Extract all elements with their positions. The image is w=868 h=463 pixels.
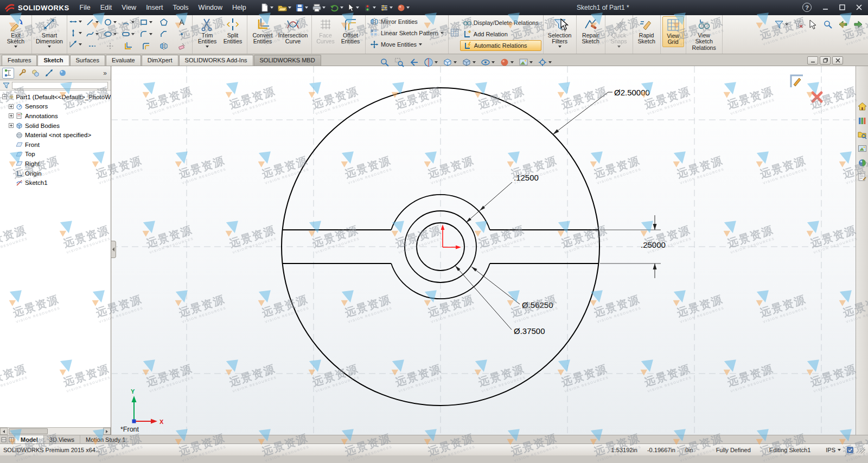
tab-evaluate[interactable]: Evaluate bbox=[106, 55, 141, 66]
zoom-to-selection-button[interactable] bbox=[821, 18, 834, 30]
design-library-button[interactable] bbox=[857, 115, 867, 126]
new-document-button[interactable] bbox=[259, 2, 275, 13]
ordinate-dimension-button[interactable] bbox=[69, 39, 82, 50]
configuration-manager-tab[interactable] bbox=[29, 68, 41, 79]
dropdown-arrow-icon[interactable] bbox=[14, 46, 17, 48]
confirmation-corner[interactable] bbox=[788, 73, 805, 89]
mirror-entities-button[interactable]: Mirror Entities bbox=[367, 16, 420, 27]
horizontal-dimension-button[interactable] bbox=[69, 16, 82, 27]
convert-tool-button[interactable] bbox=[119, 41, 137, 52]
close-button[interactable] bbox=[851, 1, 867, 13]
sketch-canvas[interactable]: Ø2.50000 .12500 .25000 Ø.56250 Ø.37500 bbox=[112, 66, 856, 435]
tab-surfaces[interactable]: Surfaces bbox=[70, 55, 105, 66]
menu-tools[interactable]: Tools bbox=[168, 0, 193, 15]
view-sketch-relations-button[interactable]: View Sketch Relations bbox=[688, 16, 720, 52]
slot-tool-button[interactable] bbox=[119, 29, 137, 40]
open-button[interactable] bbox=[276, 3, 293, 13]
property-manager-tab[interactable] bbox=[16, 68, 28, 79]
split-vertical-button[interactable] bbox=[8, 435, 15, 443]
dropdown-arrow-icon[interactable] bbox=[79, 32, 82, 34]
dropdown-arrow-icon[interactable] bbox=[785, 23, 788, 25]
file-explorer-button[interactable] bbox=[857, 129, 867, 140]
text-tool-button[interactable] bbox=[173, 17, 190, 28]
zoom-area-button[interactable] bbox=[393, 56, 406, 69]
centerline-tool-button[interactable] bbox=[83, 41, 101, 52]
dropdown-arrow-icon[interactable] bbox=[95, 33, 99, 35]
dropdown-arrow-icon[interactable] bbox=[419, 43, 422, 46]
construction-geometry-button[interactable] bbox=[101, 41, 119, 52]
dropdown-arrow-icon[interactable] bbox=[617, 46, 621, 48]
tab-3d-views[interactable]: 3D Views bbox=[44, 435, 80, 443]
trim-entities-button[interactable]: Trim Entities bbox=[194, 16, 220, 49]
tab-solidworks-addins[interactable]: SOLIDWORKS Add-Ins bbox=[179, 55, 253, 66]
dropdown-arrow-icon[interactable] bbox=[473, 61, 476, 63]
arc-tool-button[interactable] bbox=[119, 17, 137, 28]
doc-minimize-button[interactable] bbox=[807, 56, 818, 65]
cancel-sketch-button[interactable] bbox=[810, 90, 824, 104]
graphics-area[interactable]: Ø2.50000 .12500 .25000 Ø.56250 Ø.37500 bbox=[112, 66, 856, 435]
help-icon[interactable]: ? bbox=[802, 3, 812, 12]
tree-item-material[interactable]: Material <not specified> bbox=[0, 130, 111, 140]
select-button[interactable] bbox=[346, 2, 361, 13]
dropdown-arrow-icon[interactable] bbox=[79, 21, 82, 23]
tree-item-annotations[interactable]: Annotations bbox=[0, 111, 111, 121]
filter-button[interactable] bbox=[773, 18, 790, 30]
menu-file[interactable]: File bbox=[75, 0, 95, 15]
dropdown-arrow-icon[interactable] bbox=[435, 61, 438, 63]
collapse-expander-icon[interactable] bbox=[2, 94, 7, 99]
doc-close-button[interactable] bbox=[832, 56, 843, 65]
dropdown-arrow-icon[interactable] bbox=[340, 7, 343, 9]
menu-window[interactable]: Window bbox=[194, 0, 227, 15]
dropdown-arrow-icon[interactable] bbox=[406, 7, 410, 9]
panel-splitter-handle[interactable] bbox=[111, 241, 116, 258]
tree-item-solid-bodies[interactable]: Solid Bodies bbox=[0, 121, 111, 131]
panel-overflow-chevron-icon[interactable]: » bbox=[101, 69, 108, 77]
menu-view[interactable]: View bbox=[117, 0, 141, 15]
display-delete-relations-button[interactable]: Display/Delete Relations bbox=[460, 17, 541, 28]
status-units[interactable]: IPS bbox=[826, 447, 835, 453]
rectangle-tool-button[interactable] bbox=[137, 17, 155, 28]
split-horizontal-button[interactable] bbox=[0, 435, 8, 443]
circle-tool-button[interactable] bbox=[101, 17, 119, 28]
menu-help[interactable]: Help bbox=[227, 0, 251, 15]
status-indicator-icon[interactable] bbox=[846, 446, 854, 454]
quick-snaps-button[interactable]: Quick Snaps bbox=[607, 16, 631, 49]
dim-slot-width-label[interactable]: .25000 bbox=[641, 240, 666, 249]
undo-button[interactable] bbox=[328, 3, 345, 13]
rapid-sketch-button[interactable]: Rapid Sketch bbox=[635, 16, 659, 46]
resize-grip[interactable] bbox=[857, 446, 865, 454]
options-button[interactable] bbox=[379, 3, 394, 13]
erase-tool-button[interactable] bbox=[173, 41, 190, 52]
feature-manager-tab[interactable] bbox=[2, 68, 14, 79]
vertical-dimension-button[interactable] bbox=[69, 28, 82, 38]
smart-dimension-button[interactable]: Smart Dimension bbox=[34, 16, 65, 49]
expand-expander-icon[interactable] bbox=[9, 123, 14, 128]
repair-sketch-button[interactable]: Repair Sketch bbox=[578, 16, 603, 46]
tab-solidworks-mbd[interactable]: SOLIDWORKS MBD bbox=[254, 55, 321, 66]
dropdown-arrow-icon[interactable] bbox=[322, 7, 326, 9]
spline-tool-button[interactable] bbox=[83, 29, 101, 40]
dropdown-arrow-icon[interactable] bbox=[48, 46, 51, 48]
split-entities-button[interactable]: Split Entities bbox=[220, 16, 245, 46]
dropdown-arrow-icon[interactable] bbox=[113, 33, 117, 35]
line-tool-button[interactable] bbox=[83, 17, 101, 28]
dropdown-arrow-icon[interactable] bbox=[492, 61, 495, 63]
maximize-button[interactable] bbox=[834, 1, 850, 13]
menu-edit[interactable]: Edit bbox=[95, 0, 117, 15]
dropdown-arrow-icon[interactable] bbox=[206, 46, 209, 48]
units-dropdown-arrow-icon[interactable] bbox=[838, 449, 841, 451]
minimize-button[interactable] bbox=[818, 1, 833, 13]
dropdown-arrow-icon[interactable] bbox=[441, 32, 444, 34]
dim-outer-diameter-label[interactable]: Ø2.50000 bbox=[614, 88, 650, 97]
solidworks-resources-button[interactable] bbox=[857, 101, 867, 112]
mirror-small-button[interactable] bbox=[155, 41, 173, 52]
scroll-left-button[interactable] bbox=[0, 428, 8, 435]
automatic-relations-button[interactable]: Automatic Relations bbox=[460, 40, 541, 51]
dropdown-arrow-icon[interactable] bbox=[288, 7, 291, 9]
dropdown-arrow-icon[interactable] bbox=[305, 7, 308, 9]
dropdown-arrow-icon[interactable] bbox=[390, 7, 393, 9]
tree-item-sensors[interactable]: Sensors bbox=[0, 102, 111, 112]
previous-command-button[interactable] bbox=[837, 18, 850, 30]
polygon-tool-button[interactable] bbox=[155, 17, 173, 28]
menu-insert[interactable]: Insert bbox=[141, 0, 168, 15]
